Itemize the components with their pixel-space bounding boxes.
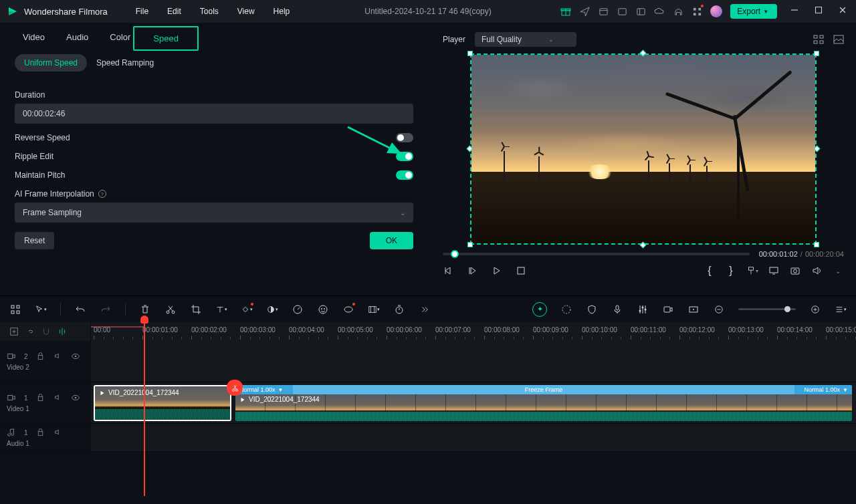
- ok-button[interactable]: OK: [370, 232, 413, 249]
- crop-icon[interactable]: [190, 303, 202, 316]
- track-lane-video1[interactable]: VID_20221004_172344 Normal 1.00x▼ Freeze…: [91, 382, 856, 423]
- scrub-slider[interactable]: [443, 253, 750, 255]
- undo-icon[interactable]: [74, 303, 86, 316]
- menu-edit[interactable]: Edit: [167, 7, 181, 16]
- svg-rect-24: [749, 267, 754, 270]
- render-icon[interactable]: [560, 303, 572, 316]
- time-ruler[interactable]: 00:0000:00:01:0000:00:02:0000:00:03:0000…: [91, 322, 856, 341]
- minimize-button[interactable]: [790, 6, 801, 17]
- delete-icon[interactable]: [139, 303, 151, 316]
- tab-speed[interactable]: Speed: [133, 26, 199, 51]
- effects-icon[interactable]: [317, 303, 329, 316]
- mask-icon[interactable]: [342, 303, 354, 316]
- zoom-slider[interactable]: [738, 308, 796, 310]
- svg-rect-85: [38, 432, 43, 436]
- split-marker-icon[interactable]: [227, 380, 243, 396]
- menu-file[interactable]: File: [136, 7, 148, 16]
- color-icon[interactable]: ▾: [266, 303, 278, 316]
- select-tool-icon[interactable]: [9, 303, 21, 316]
- bracket-right-icon[interactable]: }: [725, 265, 737, 277]
- pointer-tool-icon[interactable]: ▾: [35, 303, 47, 316]
- maintain-pitch-toggle[interactable]: [396, 170, 413, 180]
- ripple-edit-toggle[interactable]: [396, 152, 413, 161]
- record-icon[interactable]: [662, 303, 674, 316]
- lock-icon[interactable]: [36, 393, 45, 402]
- list-icon[interactable]: ▾: [835, 303, 847, 316]
- playhead[interactable]: [144, 322, 145, 496]
- magnet-icon[interactable]: [41, 327, 51, 336]
- ai-button[interactable]: ✦: [532, 302, 547, 317]
- tab-audio[interactable]: Audio: [66, 32, 88, 45]
- text-icon[interactable]: ▾: [215, 303, 227, 316]
- tab-video[interactable]: Video: [23, 32, 45, 45]
- close-button[interactable]: [839, 6, 849, 17]
- play-button[interactable]: [491, 265, 503, 277]
- add-media-icon[interactable]: [9, 327, 19, 336]
- prev-frame-button[interactable]: [443, 265, 455, 277]
- marker-icon[interactable]: [687, 303, 700, 316]
- marker-tool-icon[interactable]: ▾: [746, 265, 758, 277]
- lock-icon[interactable]: [36, 428, 45, 437]
- split-icon[interactable]: [165, 303, 177, 316]
- clip-selected[interactable]: VID_20221004_172344: [94, 385, 231, 421]
- image-view-icon[interactable]: [833, 34, 844, 45]
- export-button[interactable]: Export: [730, 4, 777, 19]
- reverse-speed-toggle[interactable]: [396, 133, 413, 142]
- more-tools-icon[interactable]: [419, 303, 431, 316]
- mic-icon[interactable]: [611, 303, 623, 316]
- menu-help[interactable]: Help: [274, 7, 290, 16]
- adjust-icon[interactable]: ▾: [368, 303, 380, 316]
- panel1-icon[interactable]: [598, 6, 609, 17]
- eye-icon[interactable]: [71, 393, 80, 402]
- settings-chevron-icon[interactable]: ⌄: [832, 265, 844, 277]
- snap-icon[interactable]: [58, 327, 67, 336]
- mute-icon[interactable]: [54, 352, 63, 361]
- headphones-icon[interactable]: [673, 6, 683, 17]
- track-lane-audio1[interactable]: [91, 424, 856, 451]
- stop-button[interactable]: [515, 265, 527, 277]
- tab-color[interactable]: Color: [110, 32, 130, 45]
- panel2-icon[interactable]: [617, 6, 627, 17]
- step-back-button[interactable]: [467, 265, 479, 277]
- svg-rect-18: [814, 41, 817, 43]
- send-icon[interactable]: [579, 6, 590, 17]
- speed-tool-icon[interactable]: [292, 303, 304, 316]
- panel3-icon[interactable]: [635, 6, 646, 17]
- track-lane-video2[interactable]: [91, 341, 856, 382]
- display-icon[interactable]: [768, 265, 780, 277]
- menu-tools[interactable]: Tools: [200, 7, 219, 16]
- zoom-out-icon[interactable]: [713, 303, 725, 316]
- eye-icon[interactable]: [71, 352, 80, 361]
- avatar-icon[interactable]: [710, 5, 722, 17]
- maximize-button[interactable]: [815, 6, 825, 17]
- bracket-left-icon[interactable]: {: [704, 265, 716, 277]
- redo-icon[interactable]: [100, 303, 112, 316]
- clip-freeze[interactable]: Normal 1.00x▼ Freeze Frame Normal 1.00x▼…: [235, 385, 852, 421]
- ai-interp-select[interactable]: Frame Sampling ⌄: [15, 203, 413, 223]
- volume-icon[interactable]: [811, 265, 823, 277]
- apps-icon[interactable]: [691, 6, 702, 17]
- svg-rect-34: [17, 311, 19, 313]
- reset-button[interactable]: Reset: [15, 232, 54, 249]
- link-icon[interactable]: [25, 327, 35, 336]
- menu-view[interactable]: View: [237, 7, 255, 16]
- gift-icon[interactable]: [560, 6, 571, 17]
- lock-icon[interactable]: [36, 352, 45, 361]
- quality-select[interactable]: Full Quality⌄: [475, 32, 576, 47]
- duration-input[interactable]: [15, 104, 413, 124]
- shield-icon[interactable]: [586, 303, 598, 316]
- keyframe-icon[interactable]: ▾: [241, 303, 253, 316]
- mute-icon[interactable]: [54, 428, 63, 437]
- grid-view-icon[interactable]: [813, 34, 824, 45]
- preview-viewport[interactable]: [470, 53, 817, 245]
- svg-point-79: [232, 389, 234, 391]
- subtab-uniform-speed[interactable]: Uniform Speed: [15, 54, 87, 72]
- mixer-icon[interactable]: [637, 303, 649, 316]
- mute-icon[interactable]: [54, 393, 63, 402]
- snapshot-icon[interactable]: [789, 265, 801, 277]
- cloud-icon[interactable]: [654, 6, 665, 17]
- zoom-in-icon[interactable]: [809, 303, 821, 316]
- info-icon[interactable]: ?: [98, 190, 106, 198]
- subtab-speed-ramping[interactable]: Speed Ramping: [87, 54, 163, 72]
- timer-icon[interactable]: [393, 303, 405, 316]
